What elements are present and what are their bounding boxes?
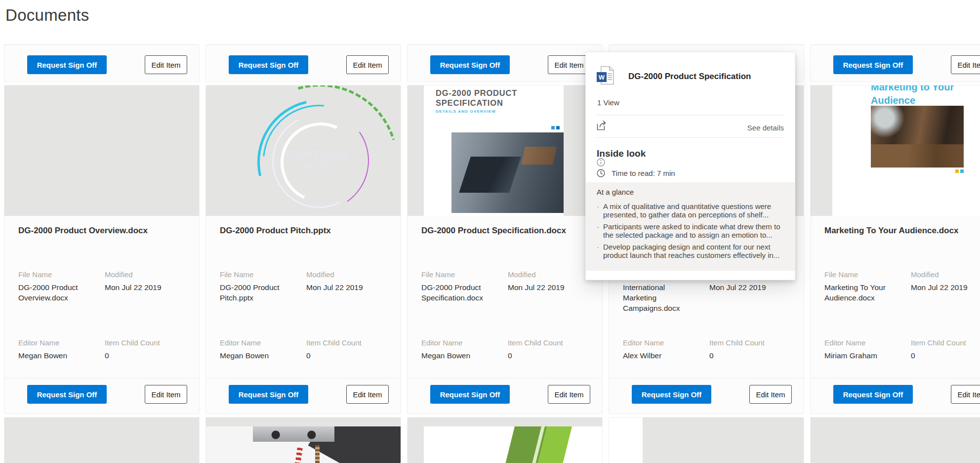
edit-item-button[interactable]: Edit Item <box>145 55 187 74</box>
slide-preview-page <box>424 426 602 463</box>
previous-row-card-bottom: Request Sign Off Edit Item <box>205 44 401 82</box>
share-icon[interactable] <box>596 120 610 131</box>
preview-heading: DG-2000 PRODUCT SPECIFICATION <box>436 88 517 108</box>
document-title[interactable]: DG-2000 Product Specification.docx <box>421 226 594 236</box>
edit-item-button[interactable]: Edit Item <box>548 385 590 404</box>
item-child-count-label: Item Child Count <box>508 338 595 347</box>
card-divider <box>609 378 804 379</box>
editor-name-value: Megan Bowen <box>18 350 105 361</box>
card-column-5: Request Sign Off Edit Item Marketing to … <box>810 44 980 463</box>
document-title[interactable]: DG-2000 Product Pitch.pptx <box>220 226 393 236</box>
editor-name-value: Alex Wilber <box>623 350 709 361</box>
modified-value: Mon Jul 22 2019 <box>709 282 797 293</box>
request-sign-off-button[interactable]: Request Sign Off <box>27 385 107 404</box>
request-sign-off-button[interactable]: Request Sign Off <box>833 385 913 404</box>
preview-heading: Marketing to Your Audience <box>871 85 954 107</box>
clock-icon <box>597 169 605 177</box>
preview-subtitle: DETAILS AND OVERVIEW <box>436 109 496 114</box>
modified-label: Modified <box>911 270 980 279</box>
card-divider <box>811 378 980 379</box>
modified-value: Mon Jul 22 2019 <box>911 282 980 293</box>
inside-look-heading: Inside look <box>597 148 652 168</box>
view-count: 1 View <box>597 98 619 107</box>
file-name-value: DG-2000 Product Specification.docx <box>421 282 508 303</box>
editor-name-label: Editor Name <box>421 338 508 347</box>
modified-value: Mon Jul 22 2019 <box>508 282 595 293</box>
card-column-1: Request Sign Off Edit Item DG-2000 Produ… <box>4 44 200 463</box>
contoso-logo-text: THE CONTOSO DG-2000 <box>278 142 357 169</box>
item-child-count-label: Item Child Count <box>105 338 192 347</box>
modified-value: Mon Jul 22 2019 <box>306 282 394 293</box>
editor-name-value: Megan Bowen <box>220 350 306 361</box>
request-sign-off-button[interactable]: Request Sign Off <box>229 55 308 74</box>
next-row-card-top <box>810 417 980 463</box>
document-card: DG-2000 PRODUCT SPECIFICATION DETAILS AN… <box>407 85 603 414</box>
request-sign-off-button[interactable]: Request Sign Off <box>632 385 711 404</box>
document-thumbnail[interactable] <box>4 418 199 463</box>
document-thumbnail[interactable] <box>811 418 980 463</box>
item-child-count-value: 0 <box>709 350 797 361</box>
edit-item-button[interactable]: Edit Item <box>548 55 590 74</box>
item-child-count-label: Item Child Count <box>306 338 394 347</box>
document-title[interactable]: Marketing To Your Audience.docx <box>824 226 980 236</box>
previous-row-card-bottom: Request Sign Off Edit Item <box>4 44 200 82</box>
machine-photo <box>206 426 401 463</box>
file-name-value: Marketing To Your Audience.docx <box>824 282 911 303</box>
page-title: Documents <box>5 6 89 25</box>
preview-bullets-decoration <box>551 126 560 129</box>
previous-row-card-bottom: Request Sign Off Edit Item <box>810 44 980 82</box>
item-child-count-label: Item Child Count <box>709 338 797 347</box>
info-icon[interactable] <box>597 158 652 167</box>
request-sign-off-button[interactable]: Request Sign Off <box>430 385 510 404</box>
document-title[interactable]: DG-2000 Product Overview.docx <box>18 226 191 236</box>
glance-bullet-list: ·A mix of qualitative and quantitative q… <box>597 202 786 259</box>
edit-item-button[interactable]: Edit Item <box>145 385 187 404</box>
divider <box>597 115 784 115</box>
request-sign-off-button[interactable]: Request Sign Off <box>430 55 510 74</box>
item-child-count-value: 0 <box>508 350 595 361</box>
divider <box>597 137 784 138</box>
card-divider <box>408 378 602 379</box>
doc-preview-page: DG-2000 PRODUCT SPECIFICATION DETAILS AN… <box>424 85 564 216</box>
team-meeting-photo <box>871 106 964 168</box>
svg-text:W: W <box>599 74 605 81</box>
file-name-label: File Name <box>220 270 306 279</box>
document-thumbnail[interactable]: DG-2000 PRODUCT SPECIFICATION DETAILS AN… <box>408 85 602 216</box>
hover-card-title: DG-2000 Product Specification <box>628 72 785 82</box>
editor-name-value: Miriam Graham <box>824 350 911 361</box>
next-row-card-top <box>205 417 401 463</box>
card-divider <box>206 378 401 379</box>
doc-preview-page: Marketing to Your Audience <box>832 85 980 216</box>
at-a-glance-heading: At a glance <box>597 188 786 196</box>
card-divider <box>4 378 199 379</box>
document-thumbnail[interactable] <box>609 418 804 463</box>
editor-name-label: Editor Name <box>18 338 105 347</box>
document-thumbnail[interactable]: THE CONTOSO DG-2000 <box>206 85 401 216</box>
modified-label: Modified <box>306 270 394 279</box>
request-sign-off-button[interactable]: Request Sign Off <box>27 55 107 74</box>
edit-item-button[interactable]: Edit Item <box>346 55 389 74</box>
document-card: DG-2000 Product Overview.docx File Name … <box>4 85 200 414</box>
file-name-label: File Name <box>421 270 508 279</box>
editor-name-label: Editor Name <box>824 338 911 347</box>
document-card-grid: Request Sign Off Edit Item DG-2000 Produ… <box>4 44 980 463</box>
edit-item-button[interactable]: Edit Item <box>346 385 389 404</box>
request-sign-off-button[interactable]: Request Sign Off <box>833 55 913 74</box>
document-thumbnail[interactable]: Marketing to Your Audience <box>811 85 980 216</box>
document-thumbnail[interactable] <box>206 418 401 463</box>
edit-item-button[interactable]: Edit Item <box>749 385 792 404</box>
request-sign-off-button[interactable]: Request Sign Off <box>229 385 308 404</box>
see-details-link[interactable]: See details <box>747 124 784 132</box>
preview-bullets-decoration <box>955 169 964 173</box>
time-to-read: Time to read: 7 min <box>597 169 675 177</box>
glance-bullet: ·A mix of qualitative and quantitative q… <box>597 202 786 219</box>
document-card: THE CONTOSO DG-2000 DG-2000 Product Pitc… <box>205 85 401 414</box>
edit-item-button[interactable]: Edit Item <box>951 385 980 404</box>
edit-item-button[interactable]: Edit Item <box>951 55 980 74</box>
item-child-count-value: 0 <box>306 350 394 361</box>
document-thumbnail[interactable] <box>408 418 602 463</box>
document-thumbnail[interactable] <box>4 85 199 216</box>
file-name-value: DG-2000 Product Pitch.pptx <box>220 282 306 303</box>
editor-name-label: Editor Name <box>220 338 306 347</box>
file-name-label: File Name <box>18 270 105 279</box>
